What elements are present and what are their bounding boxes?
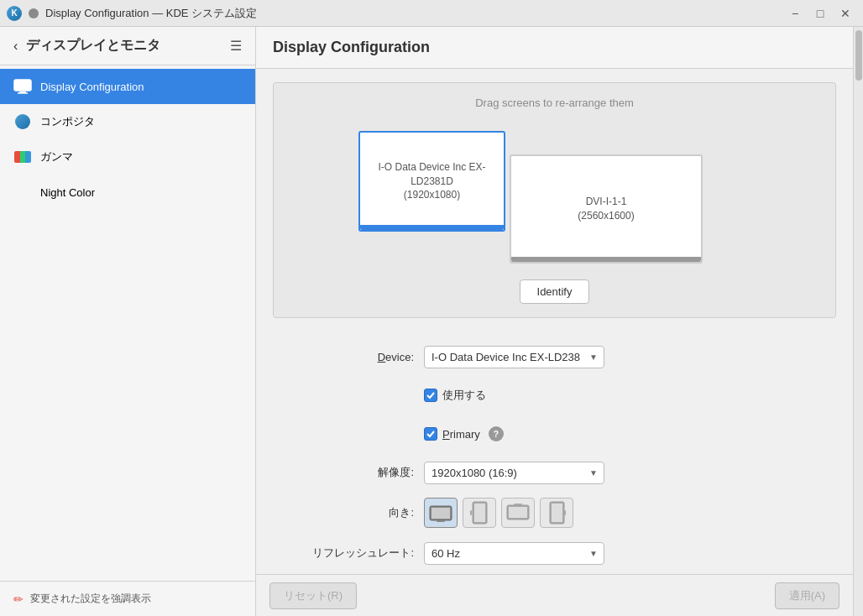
sidebar-item-compositor[interactable]: コンポジタ xyxy=(0,104,255,139)
svg-rect-5 xyxy=(437,520,445,522)
svg-rect-13 xyxy=(552,504,562,522)
enabled-checkbox-label: 使用する xyxy=(442,388,486,403)
monitor-preview-area: Drag screens to re-arrange them I-O Data… xyxy=(273,82,836,318)
sidebar-items: Display Configuration コンポジタ ガンマ xyxy=(0,65,255,213)
content-area: Display Configuration Drag screens to re… xyxy=(256,27,853,616)
orientation-left-button[interactable] xyxy=(463,498,496,528)
sidebar-bottom: ✏ 変更された設定を強調表示 xyxy=(0,581,255,616)
resolution-row: 解像度: 1920x1080 (16:9) 1280x720 (16:9) 10… xyxy=(273,459,836,486)
refresh-control: 60 Hz 75 Hz 144 Hz ▼ xyxy=(424,542,609,565)
monitor-2-bar xyxy=(511,257,701,262)
settings-form: Device: I-O Data Device Inc EX-LD2381D D… xyxy=(273,335,836,574)
titlebar-controls: − □ ✕ xyxy=(784,3,856,24)
monitors-container: I-O Data Device Inc EX-LD2381D(1920x1080… xyxy=(287,123,822,269)
monitor-box-2[interactable]: DVI-I-1-1(2560x1600) xyxy=(510,154,703,264)
bottom-action-bar: リセット(R) 適用(A) xyxy=(256,574,853,616)
monitor-icon xyxy=(13,77,32,96)
monitor-1-label: I-O Data Device Inc EX-LD2381D(1920x1080… xyxy=(360,152,504,211)
content-body: Drag screens to re-arrange them I-O Data… xyxy=(256,69,853,574)
sidebar-item-gamma[interactable]: ガンマ xyxy=(0,139,255,175)
svg-rect-8 xyxy=(470,510,472,515)
monitor-box-1[interactable]: I-O Data Device Inc EX-LD2381D(1920x1080… xyxy=(358,131,505,232)
device-row: Device: I-O Data Device Inc EX-LD2381D D… xyxy=(273,343,836,370)
orientation-label: 向き: xyxy=(273,505,424,520)
primary-checkbox-row: Primary ? xyxy=(424,426,504,441)
sidebar-item-night-color-label: Night Color xyxy=(40,186,95,199)
apply-button[interactable]: 適用(A) xyxy=(775,582,839,609)
primary-help-icon[interactable]: ? xyxy=(489,426,504,441)
refresh-label: リフレッシュレート: xyxy=(273,546,424,561)
orientation-group xyxy=(424,498,573,528)
gamma-icon xyxy=(13,148,32,166)
compositor-icon xyxy=(13,112,32,131)
svg-rect-11 xyxy=(514,504,522,505)
svg-rect-4 xyxy=(432,508,450,519)
titlebar-left: K Display Configuration — KDE システム設定 xyxy=(7,6,257,21)
close-button[interactable]: ✕ xyxy=(834,3,856,24)
primary-checkbox-label: Primary xyxy=(442,428,480,441)
device-select[interactable]: I-O Data Device Inc EX-LD2381D DVI-I-1-1 xyxy=(424,346,604,368)
orientation-inverted-button[interactable] xyxy=(501,498,535,528)
enabled-row: 使用する xyxy=(273,382,836,409)
resolution-control: 1920x1080 (16:9) 1280x720 (16:9) 1024x76… xyxy=(424,462,609,484)
refresh-select[interactable]: 60 Hz 75 Hz 144 Hz xyxy=(424,542,604,565)
titlebar: K Display Configuration — KDE システム設定 − □… xyxy=(0,0,863,27)
refresh-select-wrapper: 60 Hz 75 Hz 144 Hz ▼ xyxy=(424,542,604,565)
monitor-1-bar xyxy=(360,225,504,230)
drag-hint: Drag screens to re-arrange them xyxy=(287,97,822,109)
moon-icon xyxy=(13,183,32,201)
sidebar-item-night-color[interactable]: Night Color xyxy=(0,175,255,210)
monitor-2-label: DVI-I-1-1(2560x1600) xyxy=(569,186,642,232)
window-title: Display Configuration — KDE システム設定 xyxy=(45,6,257,21)
sidebar-item-display-config[interactable]: Display Configuration xyxy=(0,69,255,104)
sidebar-item-display-config-label: Display Configuration xyxy=(40,81,144,93)
svg-rect-0 xyxy=(14,80,31,91)
enabled-checkbox-row: 使用する xyxy=(424,388,486,403)
app-icon: K xyxy=(7,6,22,21)
device-control: I-O Data Device Inc EX-LD2381D DVI-I-1-1… xyxy=(424,346,609,368)
main-layout: ‹ ディスプレイとモニタ ☰ Display Configuration xyxy=(0,27,863,616)
scrollbar-thumb[interactable] xyxy=(855,30,862,81)
sidebar-item-compositor-label: コンポジタ xyxy=(40,114,95,129)
orientation-normal-button[interactable] xyxy=(424,498,458,528)
orientation-row: 向き: xyxy=(273,498,836,528)
sidebar-title: ディスプレイとモニタ xyxy=(26,37,222,55)
device-label: Device: xyxy=(273,351,424,363)
svg-rect-14 xyxy=(564,510,566,515)
content-header: Display Configuration xyxy=(256,27,853,69)
restore-button[interactable]: □ xyxy=(809,3,831,24)
identify-button[interactable]: Identify xyxy=(520,279,590,304)
back-button[interactable]: ‹ xyxy=(13,39,18,54)
resolution-label: 解像度: xyxy=(273,465,424,480)
device-select-wrapper: I-O Data Device Inc EX-LD2381D DVI-I-1-1… xyxy=(424,346,604,368)
minimize-button[interactable]: − xyxy=(784,3,806,24)
resolution-select-wrapper: 1920x1080 (16:9) 1280x720 (16:9) 1024x76… xyxy=(424,462,604,484)
resolution-select[interactable]: 1920x1080 (16:9) 1280x720 (16:9) 1024x76… xyxy=(424,462,604,484)
svg-rect-7 xyxy=(474,504,485,522)
reset-button[interactable]: リセット(R) xyxy=(269,582,357,609)
sidebar-header: ‹ ディスプレイとモニタ ☰ xyxy=(0,27,255,65)
hamburger-button[interactable]: ☰ xyxy=(230,38,242,54)
highlight-changes-label: 変更された設定を強調表示 xyxy=(30,592,151,606)
orientation-right-button[interactable] xyxy=(540,498,573,528)
refresh-row: リフレッシュレート: 60 Hz 75 Hz 144 Hz ▼ xyxy=(273,540,836,566)
primary-row: Primary ? xyxy=(273,420,836,447)
page-title: Display Configuration xyxy=(273,39,430,55)
primary-checkbox[interactable] xyxy=(424,427,437,441)
sidebar-item-gamma-label: ガンマ xyxy=(40,149,73,164)
pencil-icon: ✏ xyxy=(13,593,24,606)
titlebar-dot xyxy=(29,8,39,18)
svg-rect-10 xyxy=(509,507,527,518)
scrollbar-track[interactable] xyxy=(853,27,863,616)
sidebar: ‹ ディスプレイとモニタ ☰ Display Configuration xyxy=(0,27,256,616)
identify-btn-container: Identify xyxy=(287,279,822,304)
enabled-checkbox[interactable] xyxy=(424,389,437,402)
